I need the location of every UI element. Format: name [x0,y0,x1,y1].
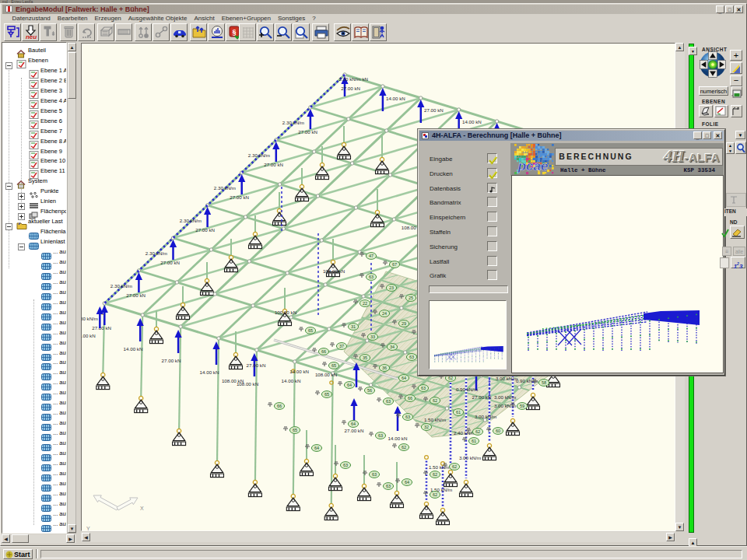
svg-text:14.00 kN: 14.00 kN [462,119,482,124]
svg-text:2.30 kN/m: 2.30 kN/m [248,152,270,158]
svg-text:14.00 kN: 14.00 kN [200,369,219,375]
svg-text:23: 23 [389,285,394,290]
svg-text:27.00 kN: 27.00 kN [424,107,444,113]
svg-text:63: 63 [378,433,383,438]
svg-text:62: 62 [448,376,453,380]
svg-text:3.00 kN/m: 3.00 kN/m [494,394,516,400]
svg-text:3.00 kN/m: 3.00 kN/m [459,455,481,460]
svg-text:2.30 kN/m: 2.30 kN/m [180,218,202,223]
svg-text:24: 24 [382,311,387,316]
svg-text:108.00 kN: 108.00 kN [222,378,244,383]
svg-text:66: 66 [277,404,282,408]
svg-text:27.00 kN: 27.00 kN [92,325,111,331]
svg-text:3.00 kN/m: 3.00 kN/m [475,414,496,419]
svg-text:100.00 kN: 100.00 kN [275,310,296,315]
svg-text:32: 32 [424,425,429,429]
svg-text:2.30 kN/m: 2.30 kN/m [110,283,132,289]
svg-text:3.00 kN/m: 3.00 kN/m [496,376,517,381]
svg-text:62: 62 [433,492,437,497]
svg-text:25: 25 [409,296,413,300]
svg-text:62: 62 [433,398,437,403]
svg-text:34: 34 [390,345,395,349]
svg-text:60: 60 [496,429,500,433]
svg-text:2.30 kN/m kN: 2.30 kN/m kN [339,76,368,82]
svg-text:62: 62 [452,464,457,469]
svg-text:2.30 kN/m: 2.30 kN/m [282,120,304,125]
svg-text:64: 64 [347,383,352,387]
svg-text:56: 56 [367,388,372,393]
svg-text:27.00 kN: 27.00 kN [126,292,146,298]
svg-text:63: 63 [369,275,374,279]
svg-text:14.00 kN: 14.00 kN [289,369,309,374]
svg-text:108.00 kN: 108.00 kN [315,372,337,377]
svg-text:27.00 kN: 27.00 kN [341,86,360,91]
svg-text:29: 29 [402,321,406,326]
svg-text:X: X [140,506,144,511]
svg-text:65: 65 [293,428,297,432]
svg-text:33: 33 [370,334,375,339]
svg-text:2.30 kN/m: 2.30 kN/m [146,250,167,256]
svg-text:27.00 kN: 27.00 kN [298,129,317,135]
svg-text:27.00 kN: 27.00 kN [345,428,364,433]
svg-text:64: 64 [402,376,406,380]
svg-text:108.00 kN: 108.00 kN [323,268,345,274]
svg-text:27.00 kN: 27.00 kN [230,194,249,200]
svg-text:59: 59 [520,404,524,408]
svg-text:27.00 kN: 27.00 kN [160,260,180,265]
svg-text:61: 61 [456,410,461,415]
svg-text:63: 63 [372,472,377,477]
svg-text:14.00 kN: 14.00 kN [386,96,405,101]
svg-text:64: 64 [351,422,356,426]
svg-text:65: 65 [308,328,313,333]
svg-text:2.30 kN/m: 2.30 kN/m [82,316,98,321]
svg-text:27.00 kN: 27.00 kN [264,162,283,167]
svg-text:64: 64 [405,480,409,485]
svg-text:62: 62 [475,429,480,434]
svg-text:47: 47 [369,254,374,258]
svg-text:27.00 kN: 27.00 kN [247,362,266,368]
svg-text:2.30 kN/m: 2.30 kN/m [214,185,236,191]
svg-text:27.00 kN: 27.00 kN [472,394,492,400]
svg-text:14.00 kN: 14.00 kN [282,378,301,383]
svg-text:22: 22 [363,301,367,306]
svg-text:27.00 kN: 27.00 kN [162,358,181,363]
svg-text:58: 58 [542,380,546,385]
svg-text:27.00 kN: 27.00 kN [195,227,215,233]
svg-text:65: 65 [331,363,336,368]
svg-text:62: 62 [402,445,406,450]
svg-text:63: 63 [386,484,391,488]
svg-text:67: 67 [392,262,397,267]
svg-text:63: 63 [343,463,348,467]
svg-text:62: 62 [433,472,437,477]
svg-text:66: 66 [408,396,412,401]
svg-text:61: 61 [472,439,476,443]
svg-text:7.00 kN: 7.00 kN [82,333,96,338]
svg-text:2.40 kN/m: 2.40 kN/m [454,430,475,436]
svg-text:1.50 kN/m: 1.50 kN/m [424,417,446,422]
svg-text:65: 65 [324,392,329,397]
svg-text:0.90 kN/m: 0.90 kN/m [456,387,478,392]
svg-text:14.00 kN: 14.00 kN [388,436,408,441]
svg-text:66: 66 [321,349,326,354]
svg-text:31: 31 [351,324,356,329]
svg-text:35: 35 [363,355,367,360]
svg-text:63: 63 [386,399,391,404]
svg-text:63: 63 [405,415,410,419]
svg-text:14.00 kN: 14.00 kN [124,346,143,352]
svg-text:37: 37 [339,344,344,348]
svg-text:neu: neu [26,33,37,40]
svg-text:63: 63 [421,386,426,390]
svg-text:64: 64 [314,446,319,450]
svg-text:pcae: pcae [517,159,549,173]
svg-text:63: 63 [409,355,414,359]
svg-text:§: § [232,28,236,36]
svg-text:Y: Y [86,526,90,531]
svg-text:36: 36 [382,366,387,370]
